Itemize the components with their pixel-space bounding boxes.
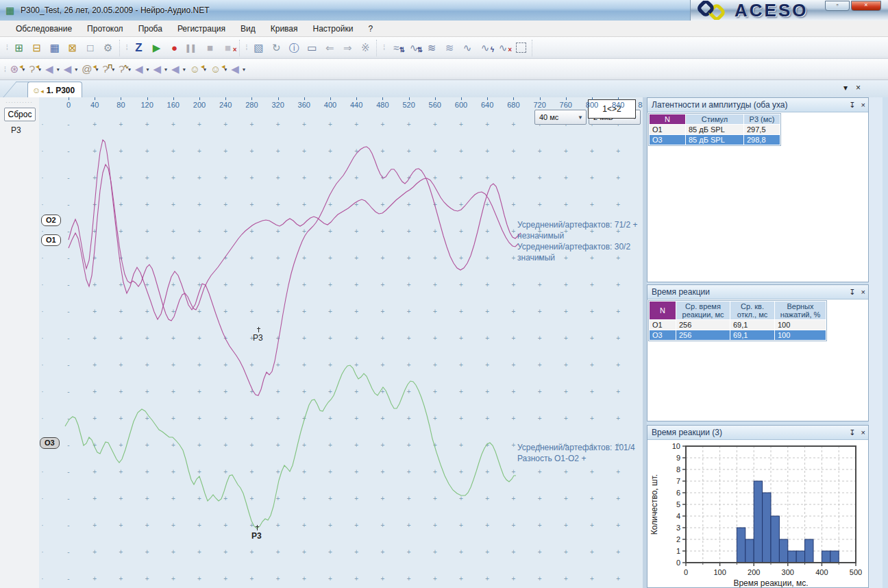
flash-box-icon[interactable]: ※: [357, 40, 373, 56]
menu-item-6[interactable]: Настройки: [306, 22, 361, 36]
page-info-icon[interactable]: ⓘ: [286, 40, 302, 56]
stim-speaker-6-icon[interactable]: ◀▾: [230, 60, 247, 78]
pin-icon[interactable]: ↧: [849, 101, 855, 109]
marker-label: P3: [253, 333, 263, 343]
close-icon[interactable]: ×: [861, 428, 865, 437]
stim-speaker-3-icon[interactable]: ◀▾: [134, 60, 151, 78]
wave-shift-up-icon[interactable]: ∿⇅: [406, 40, 422, 56]
maximize-button[interactable]: ▫: [825, 1, 850, 11]
svg-text:+: +: [511, 121, 515, 128]
back-arrow-icon[interactable]: ⇐: [321, 40, 338, 56]
channel-chip-O1[interactable]: O1: [41, 234, 61, 246]
open-exam-icon[interactable]: ⊟: [29, 40, 45, 56]
stim-head-speaker-2-icon[interactable]: ☺◂▾: [209, 60, 228, 78]
svg-text:+: +: [92, 415, 97, 422]
svg-text:+: +: [511, 281, 515, 289]
close-icon[interactable]: ×: [861, 101, 865, 109]
stim-cochlea-speaker-icon[interactable]: @◂▾: [80, 60, 99, 78]
panel-group-close-icon[interactable]: ×: [856, 83, 861, 93]
x-axis-label: 280: [241, 101, 262, 109]
stim-brain-speaker-icon[interactable]: ⊛◂▾: [9, 60, 27, 78]
svg-text:+: +: [171, 468, 175, 476]
stim-ear-speaker-icon[interactable]: Ɂ◂▾: [27, 60, 42, 78]
wave-shift-up-icon-badge: ⇅: [417, 42, 423, 58]
time-scale-combobox[interactable]: 40 мс▼: [534, 110, 587, 125]
panel-group-menu-icon[interactable]: ▾: [843, 83, 848, 93]
waves-compress-icon[interactable]: ≋: [423, 40, 440, 56]
refresh-icon[interactable]: ↻: [268, 40, 284, 56]
pin-icon[interactable]: ↧: [849, 428, 855, 437]
channel-chip-O2[interactable]: O2: [41, 215, 61, 226]
menu-item-2[interactable]: Проба: [131, 22, 170, 36]
stop-icon[interactable]: ■: [202, 40, 219, 56]
reaction-row-O1[interactable]: O125669,1100: [650, 320, 826, 330]
svg-text:+: +: [328, 121, 332, 128]
settings-wrench-icon[interactable]: ⚙: [100, 40, 116, 56]
stim-ear-burst-icon[interactable]: Ɂ∿▾: [117, 60, 132, 78]
chevron-down-icon: ▾: [183, 66, 186, 73]
pause-icon[interactable]: ▌▌: [184, 40, 201, 56]
save-icon[interactable]: ▦: [47, 40, 63, 56]
latency-row-O3[interactable]: O385 дБ SPL298,8: [650, 135, 780, 145]
svg-text:+: +: [433, 522, 437, 529]
start-icon[interactable]: ▶: [149, 40, 165, 56]
stim-speaker-5-icon: ◀: [171, 62, 180, 76]
stim-speaker-2-icon[interactable]: ◀▾: [62, 60, 79, 78]
wave-shift-down-icon[interactable]: ≈⇅: [388, 40, 404, 56]
svg-text:·: ·: [41, 522, 43, 529]
svg-text:+: +: [249, 361, 254, 369]
svg-text:+: +: [197, 121, 201, 128]
stop-cancel-icon[interactable]: ■×: [220, 40, 236, 56]
app-icon: ▦: [5, 5, 16, 16]
svg-text:+: +: [328, 281, 332, 289]
svg-text:+: +: [354, 228, 358, 235]
reaction-row-O3[interactable]: O325669,1100: [650, 330, 826, 341]
svg-text:+: +: [276, 121, 280, 128]
svg-text:+: +: [433, 334, 437, 342]
stim-head-speaker-1-icon[interactable]: ☺◂▾: [188, 60, 208, 78]
waveform-annotation-0: Усреднений/артефактов: 71/2 +незначимый: [517, 219, 637, 241]
reset-button[interactable]: Сброс: [4, 108, 36, 121]
waveform-plot[interactable]: ·-+++++++++++++++++++++·-+++++++++++++++…: [39, 97, 643, 588]
close-button[interactable]: ×: [851, 1, 881, 11]
menu-item-0[interactable]: Обследование: [8, 22, 79, 36]
close-icon[interactable]: ×: [861, 288, 865, 296]
menu-item-7[interactable]: ?: [360, 22, 380, 36]
tab-p300[interactable]: ☺◂ 1. P300: [27, 82, 82, 98]
svg-text:-: -: [67, 441, 69, 449]
screen-icon[interactable]: ▭: [304, 40, 320, 56]
wave-trigger-icon[interactable]: ∿ϟ: [477, 40, 493, 56]
svg-text:+: +: [276, 575, 280, 583]
wave-single-icon[interactable]: ∿: [459, 40, 476, 56]
pin-icon[interactable]: ↧: [849, 288, 855, 296]
wave-delete-icon[interactable]: ∿×: [495, 40, 511, 56]
reaction-time-panel: Время реакции ↧ × NСр. время реакции, мс…: [647, 284, 869, 421]
channel-chip-O3[interactable]: O3: [40, 437, 60, 449]
menu-item-5[interactable]: Кривая: [263, 22, 306, 36]
new-page-icon[interactable]: □: [82, 40, 99, 56]
menu-item-4[interactable]: Вид: [233, 22, 263, 36]
waves-compress-icon: ≋: [428, 42, 436, 53]
forward-arrow-icon[interactable]: ⇒: [339, 40, 356, 56]
stim-speaker-4-icon[interactable]: ◀▾: [152, 60, 169, 78]
x-axis-tick: [121, 97, 121, 100]
waves-expand-icon[interactable]: ≋: [441, 40, 458, 56]
x-axis-tick: [225, 97, 226, 100]
histogram-panel-header: Время реакции (3) ↧ ×: [648, 426, 868, 440]
svg-text:+: +: [197, 495, 201, 502]
record-icon[interactable]: ●: [166, 40, 183, 56]
new-exam-icon[interactable]: ⊞: [11, 40, 27, 56]
z-transform-icon[interactable]: Z: [131, 40, 147, 56]
stim-ear-pulse-icon[interactable]: Ɂ⊓▾: [101, 60, 116, 78]
menu-item-1[interactable]: Протокол: [79, 22, 131, 36]
latency-row-O1[interactable]: O185 дБ SPL297,5: [650, 125, 780, 135]
svg-text:+: +: [119, 334, 123, 342]
selection-box-icon[interactable]: [513, 40, 529, 56]
menu-item-3[interactable]: Регистрация: [170, 22, 233, 36]
stim-speaker-5-icon[interactable]: ◀▾: [170, 60, 187, 78]
stim-speaker-1-icon[interactable]: ◀▾: [44, 60, 61, 78]
export-exam-icon[interactable]: ⊠: [64, 40, 81, 56]
preview-icon[interactable]: ▧: [250, 40, 267, 56]
svg-text:+: +: [590, 415, 594, 422]
svg-text:+: +: [354, 121, 358, 128]
